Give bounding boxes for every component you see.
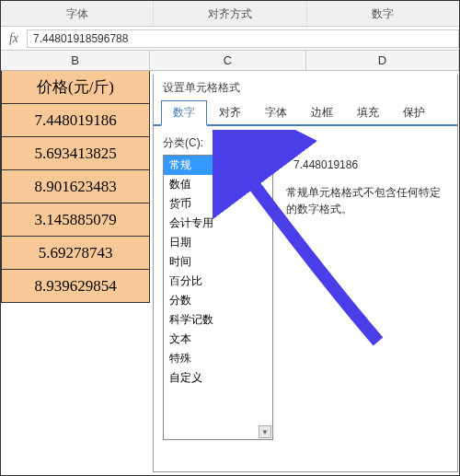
scroll-down-icon[interactable]: ▼ — [259, 425, 271, 438]
formula-input[interactable]: 7.44801918596788 — [27, 29, 459, 48]
format-cells-dialog: 设置单元格格式 数字 对齐 字体 边框 填充 保护 分类(C): 常规 数值 货… — [153, 75, 458, 472]
example-label: 示例 — [286, 135, 448, 151]
tab-fill[interactable]: 填充 — [345, 100, 391, 124]
formula-bar: fx 7.44801918596788 — [1, 27, 459, 51]
col-header-b[interactable]: B — [1, 51, 150, 70]
dialog-body: 分类(C): 常规 数值 货币 会计专用 日期 时间 百分比 分数 科学记数 文… — [154, 126, 457, 440]
category-label: 分类(C): — [163, 135, 273, 151]
tab-border[interactable]: 边框 — [299, 100, 345, 124]
example-panel: 示例 7.448019186 常规单元格格式不包含任何特定的数字格式。 — [286, 135, 448, 440]
category-panel: 分类(C): 常规 数值 货币 会计专用 日期 时间 百分比 分数 科学记数 文… — [163, 135, 273, 440]
cat-date[interactable]: 日期 — [164, 233, 272, 252]
ribbon-group-align[interactable]: 对齐方式 — [154, 1, 306, 26]
ribbon-group-number[interactable]: 数字 — [307, 1, 459, 26]
dialog-title: 设置单元格格式 — [154, 75, 457, 100]
cat-text[interactable]: 文本 — [164, 330, 272, 349]
category-list[interactable]: 常规 数值 货币 会计专用 日期 时间 百分比 分数 科学记数 文本 特殊 自定… — [163, 155, 273, 440]
cell-b2[interactable]: 7.448019186 — [1, 104, 150, 137]
dialog-tabs: 数字 对齐 字体 边框 填充 保护 — [154, 100, 457, 126]
column-b-cells: 价格(元/斤) 7.448019186 5.693413825 8.901623… — [1, 71, 150, 303]
cat-accounting[interactable]: 会计专用 — [164, 214, 272, 233]
fx-icon[interactable]: fx — [1, 31, 27, 46]
cell-b4[interactable]: 8.901623483 — [1, 170, 150, 203]
cat-currency[interactable]: 货币 — [164, 194, 272, 214]
cell-b5[interactable]: 3.145885079 — [1, 203, 150, 237]
format-description: 常规单元格格式不包含任何特定的数字格式。 — [286, 184, 448, 217]
cell-b6[interactable]: 5.69278743 — [1, 237, 150, 270]
cat-scientific[interactable]: 科学记数 — [164, 310, 272, 330]
col-header-d[interactable]: D — [306, 51, 459, 70]
tab-protect[interactable]: 保护 — [391, 100, 437, 124]
col-header-c[interactable]: C — [150, 51, 306, 70]
cell-header[interactable]: 价格(元/斤) — [1, 71, 150, 104]
tab-font[interactable]: 字体 — [253, 100, 299, 124]
tab-align[interactable]: 对齐 — [207, 100, 253, 124]
cat-custom[interactable]: 自定义 — [164, 368, 272, 388]
cat-fraction[interactable]: 分数 — [164, 291, 272, 310]
ribbon-bar: 字体 对齐方式 数字 — [1, 1, 459, 27]
cat-general[interactable]: 常规 — [164, 156, 272, 175]
ribbon-group-font[interactable]: 字体 — [1, 1, 154, 26]
cell-b3[interactable]: 5.693413825 — [1, 137, 150, 170]
cell-b7[interactable]: 8.939629854 — [1, 270, 150, 303]
cat-percent[interactable]: 百分比 — [164, 272, 272, 291]
tab-number[interactable]: 数字 — [161, 100, 207, 126]
cat-number[interactable]: 数值 — [164, 175, 272, 194]
cat-time[interactable]: 时间 — [164, 252, 272, 272]
scroll-up-icon[interactable]: ▲ — [259, 157, 271, 169]
cat-special[interactable]: 特殊 — [164, 349, 272, 368]
column-headers: B C D — [1, 51, 459, 71]
example-value: 7.448019186 — [286, 157, 448, 184]
